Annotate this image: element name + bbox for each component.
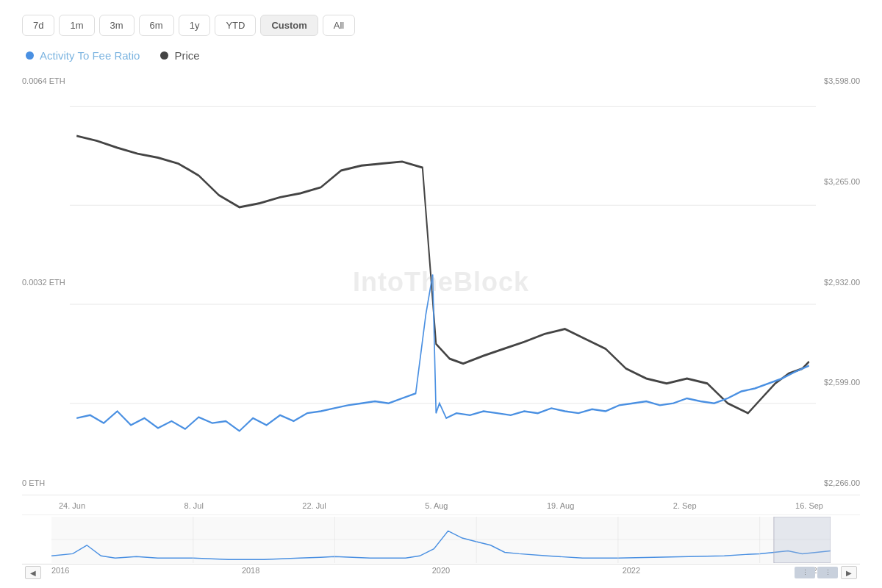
legend-label-price: Price <box>174 49 199 62</box>
y-right-label-1: $3,598.00 <box>824 76 860 85</box>
page-container: 7d1m3m6m1yYTDCustomAll Activity To Fee R… <box>0 0 882 588</box>
legend-item-price: Price <box>160 49 199 62</box>
x-axis: 24. Jun 8. Jul 22. Jul 5. Aug 19. Aug 2.… <box>22 495 860 513</box>
y-right-label-4: $2,599.00 <box>824 378 860 387</box>
y-axis-left: 0.0064 ETH 0.0032 ETH 0 ETH <box>22 69 65 495</box>
y-left-label-mid: 0.0032 ETH <box>22 278 65 287</box>
y-axis-right: $3,598.00 $3,265.00 $2,932.00 $2,599.00 … <box>824 69 860 495</box>
y-right-label-2: $3,265.00 <box>824 177 860 186</box>
filter-btn-all[interactable]: All <box>323 15 355 36</box>
filter-btn-1y[interactable]: 1y <box>179 15 211 36</box>
x-label-6: 2. Sep <box>673 501 697 510</box>
mini-prev-button[interactable]: ◀ <box>25 566 41 579</box>
x-label-4: 5. Aug <box>425 501 448 510</box>
svg-rect-6 <box>774 517 831 563</box>
x-label-7: 16. Sep <box>795 501 823 510</box>
legend-dot-ratio <box>26 51 34 60</box>
mini-controls: ◀ ⋮ ⋮ ▶ <box>22 564 860 581</box>
y-left-label-top: 0.0064 ETH <box>22 76 65 85</box>
filter-btn-3m[interactable]: 3m <box>99 15 135 36</box>
filter-btn-ytd[interactable]: YTD <box>215 15 256 36</box>
mini-chart-svg <box>22 515 860 563</box>
time-filter-bar: 7d1m3m6m1yYTDCustomAll <box>22 15 860 36</box>
legend-dot-price <box>160 51 168 60</box>
x-label-5: 19. Aug <box>547 501 574 510</box>
filter-btn-7d[interactable]: 7d <box>22 15 54 36</box>
y-left-label-bottom: 0 ETH <box>22 478 65 487</box>
legend-label-ratio: Activity To Fee Ratio <box>40 49 140 62</box>
mini-scroll-area: ⋮ ⋮ <box>41 566 841 579</box>
filter-btn-6m[interactable]: 6m <box>139 15 174 36</box>
main-chart-svg <box>22 69 860 495</box>
mini-next-button[interactable]: ▶ <box>841 566 857 579</box>
scroll-handle-left[interactable]: ⋮ <box>795 567 815 578</box>
main-chart: 0.0064 ETH 0.0032 ETH 0 ETH $3,598.00 $3… <box>22 69 860 495</box>
legend-item-ratio: Activity To Fee Ratio <box>26 49 140 62</box>
filter-btn-custom[interactable]: Custom <box>260 15 318 36</box>
mini-chart: 2016 2018 2020 2022 2024 ◀ ⋮ ⋮ ▶ <box>22 514 860 581</box>
scroll-handle-right[interactable]: ⋮ <box>817 567 838 578</box>
x-label-1: 24. Jun <box>59 501 85 510</box>
x-label-2: 8. Jul <box>184 501 204 510</box>
y-right-label-3: $2,932.00 <box>824 278 860 287</box>
x-label-3: 22. Jul <box>302 501 326 510</box>
chart-legend: Activity To Fee Ratio Price <box>22 49 860 62</box>
y-right-label-5: $2,266.00 <box>824 478 860 487</box>
filter-btn-1m[interactable]: 1m <box>59 15 94 36</box>
chart-area: 0.0064 ETH 0.0032 ETH 0 ETH $3,598.00 $3… <box>22 69 860 581</box>
